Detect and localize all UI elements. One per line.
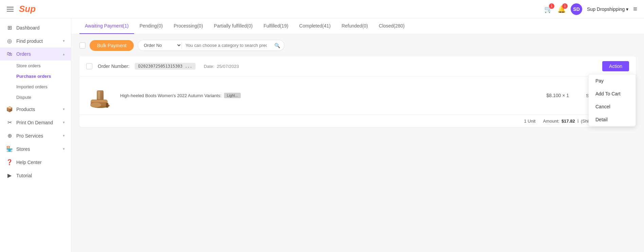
action-dropdown: Pay Add To Cart Cancel Detail (588, 74, 636, 126)
order-checkbox[interactable] (86, 63, 92, 69)
bulk-payment-button[interactable]: Bulk Payment (90, 40, 134, 51)
find-product-icon: ◎ (6, 38, 13, 44)
user-name[interactable]: Sup Dropshipping ▾ (587, 6, 628, 12)
svg-point-5 (90, 103, 101, 107)
dropdown-item-add-to-cart[interactable]: Add To Cart (589, 87, 636, 100)
tab-closed[interactable]: Closed(280) (373, 18, 410, 34)
unit-count: 1 Unit (524, 119, 535, 124)
order-number-badge: D20230725051315303 ... (135, 63, 196, 70)
dropdown-item-pay[interactable]: Pay (589, 74, 636, 87)
chevron-down-icon: ▾ (63, 107, 65, 111)
cart-icon[interactable]: 🛒 1 (544, 5, 553, 13)
product-price: $8.100 × 1 (546, 93, 569, 98)
chevron-down-icon: ▾ (63, 39, 65, 43)
sidebar-item-label: Pro Services (16, 133, 43, 139)
sidebar-sub-item-dispute[interactable]: Dispute (16, 92, 71, 103)
bell-icon[interactable]: 🔔 1 (557, 5, 566, 13)
dropdown-item-detail[interactable]: Detail (589, 113, 636, 126)
search-input[interactable] (182, 40, 270, 50)
tutorial-icon: ▶ (6, 172, 13, 179)
avatar: SD (571, 3, 582, 15)
product-info: High-heeled Boots Women's 2022 Autumn Va… (120, 93, 539, 98)
sidebar-item-products[interactable]: 📦 Products ▾ (0, 103, 71, 116)
select-all-checkbox[interactable] (79, 42, 86, 49)
cart-badge: 1 (549, 3, 554, 9)
order-date-label: Date: 25/07/2023 (204, 64, 239, 69)
sidebar-sub-item-purchase-orders[interactable]: Purchase orders (16, 71, 71, 82)
dropdown-item-cancel[interactable]: Cancel (589, 100, 636, 113)
sidebar-sub-item-store-orders[interactable]: Store orders (16, 60, 71, 71)
chevron-down-icon: ▾ (63, 120, 65, 125)
sidebar-item-label: Stores (16, 146, 30, 152)
search-icon[interactable]: 🔍 (270, 40, 284, 51)
tab-fulfilled[interactable]: Fulfilled(19) (258, 18, 294, 34)
sidebar-item-orders[interactable]: 🛍 Orders ▴ (0, 48, 71, 60)
tab-pending[interactable]: Pending(0) (134, 18, 168, 34)
sidebar-item-label: Dashboard (16, 25, 40, 31)
action-button[interactable]: Action (602, 61, 629, 71)
svg-rect-6 (98, 91, 100, 100)
sidebar-item-print-on-demand[interactable]: ✂ Print On Demand ▾ (0, 116, 71, 129)
tab-partially-fulfilled[interactable]: Partially fulfilled(0) (208, 18, 258, 34)
sidebar-item-tutorial[interactable]: ▶ Tutorial (0, 169, 71, 182)
tab-refunded[interactable]: Refunded(0) (336, 18, 373, 34)
stores-icon: 🏪 (6, 146, 13, 152)
sidebar-item-pro-services[interactable]: ⊕ Pro Services ▾ (0, 129, 71, 142)
help-icon: ❓ (6, 159, 13, 165)
amount-value: $17.82 (562, 119, 575, 124)
pro-services-icon: ⊕ (6, 132, 13, 139)
info-icon[interactable]: ℹ (577, 118, 579, 124)
chevron-down-icon: ▾ (626, 6, 628, 12)
product-image (86, 82, 113, 109)
orders-icon: 🛍 (6, 51, 13, 57)
search-category-select[interactable]: Order No Product Name SKU (138, 40, 182, 51)
sidebar-item-label: Print On Demand (16, 120, 53, 125)
sidebar-item-dashboard[interactable]: ⊞ Dashboard (0, 21, 71, 34)
products-icon: 📦 (6, 106, 13, 112)
hamburger-icon[interactable] (7, 7, 14, 12)
tab-completed[interactable]: Completed(41) (294, 18, 336, 34)
sidebar-item-label: Orders (16, 51, 31, 57)
print-icon: ✂ (6, 119, 13, 126)
sidebar-item-stores[interactable]: 🏪 Stores ▾ (0, 142, 71, 156)
sidebar-item-label: Products (16, 107, 35, 112)
dashboard-icon: ⊞ (6, 24, 13, 31)
sidebar-item-find-product[interactable]: ◎ Find product ▾ (0, 34, 71, 48)
tab-awaiting-payment[interactable]: Awaiting Payment(1) (79, 18, 134, 34)
product-variant-badge: Light... (224, 93, 241, 98)
sidebar-sub-item-imported-orders[interactable]: Imported orders (16, 82, 71, 92)
svg-rect-4 (106, 103, 108, 108)
sidebar-item-label: Find product (16, 38, 43, 44)
sidebar-item-label: Help Center (16, 160, 42, 165)
tab-processing[interactable]: Processing(0) (168, 18, 208, 34)
order-number-label: Order Number: (98, 64, 129, 69)
top-menu-icon[interactable]: ≡ (633, 5, 637, 13)
sidebar-item-help-center[interactable]: ❓ Help Center (0, 156, 71, 169)
sidebar-item-label: Tutorial (16, 173, 32, 178)
bell-badge: 1 (562, 3, 568, 9)
logo: Sup (19, 4, 36, 14)
order-card: Order Number: D20230725051315303 ... Dat… (79, 56, 636, 127)
product-name-text: High-heeled Boots Women's 2022 Autumn Va… (120, 93, 221, 98)
chevron-down-icon: ▾ (63, 133, 65, 138)
chevron-down-icon: ▾ (63, 147, 65, 151)
amount-label: Amount: (543, 119, 559, 124)
chevron-up-icon: ▴ (63, 52, 65, 56)
